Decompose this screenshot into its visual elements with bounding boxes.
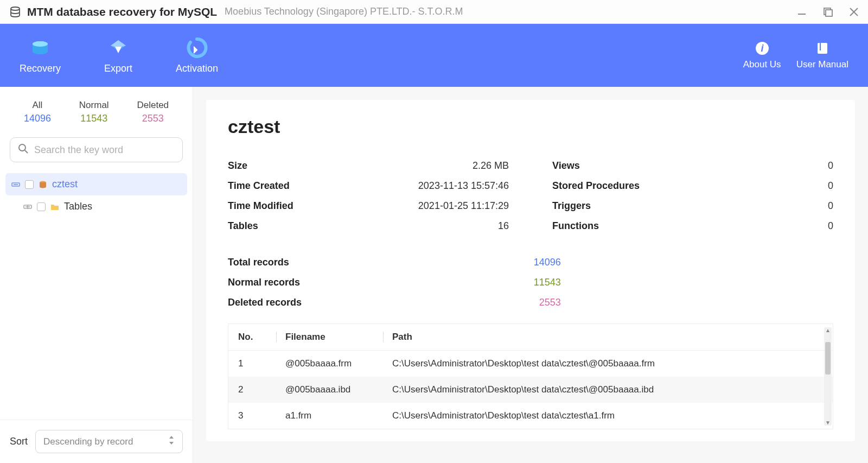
- expand-icon[interactable]: [23, 202, 33, 212]
- user-manual-label: User Manual: [796, 59, 848, 70]
- svg-rect-11: [820, 43, 821, 50]
- recovery-label: Recovery: [20, 63, 61, 74]
- stat-deleted-label: Deleted: [137, 100, 169, 111]
- tree-checkbox[interactable]: [25, 180, 34, 189]
- th-filename[interactable]: Filename: [285, 332, 383, 343]
- views-label: Views: [552, 160, 580, 172]
- tree-db-label: cztest: [52, 179, 78, 190]
- folder-icon: [50, 202, 60, 212]
- svg-point-12: [19, 144, 25, 151]
- activation-label: Activation: [176, 63, 218, 74]
- tree-tables-label: Tables: [64, 201, 92, 212]
- tables-label: Tables: [228, 220, 258, 232]
- cell-filename: @005baaaa.frm: [285, 358, 383, 369]
- stat-normal-label: Normal: [79, 100, 109, 111]
- db-title: cztest: [228, 116, 833, 137]
- triggers-label: Triggers: [552, 200, 591, 212]
- file-table: No. Filename Path 1 @005baaaa.frm C:\Use…: [228, 324, 833, 429]
- tables-value: 16: [498, 220, 509, 232]
- created-label: Time Created: [228, 180, 290, 192]
- stat-normal[interactable]: Normal 11543: [79, 100, 109, 124]
- info-icon: i: [755, 41, 770, 56]
- svg-rect-3: [826, 10, 832, 16]
- export-button[interactable]: Export: [104, 37, 132, 74]
- tree-node-cztest[interactable]: cztest: [5, 173, 187, 195]
- triggers-value: 0: [828, 200, 833, 212]
- size-label: Size: [228, 160, 247, 172]
- cell-filename: a1.frm: [285, 410, 383, 421]
- svg-point-7: [33, 41, 48, 47]
- views-value: 0: [828, 160, 833, 172]
- sort-select[interactable]: Descending by record: [35, 430, 183, 453]
- db-tree: cztest Tables: [0, 170, 193, 420]
- scrollbar[interactable]: ▲ ▼: [824, 327, 832, 426]
- vendor-text: Moebius Technology (Singapore) PTE.LTD.-…: [225, 6, 796, 17]
- sort-label: Sort: [10, 436, 28, 447]
- cell-no: 2: [238, 384, 276, 395]
- table-header: No. Filename Path: [228, 324, 833, 351]
- normal-records-value: 11543: [534, 277, 561, 288]
- stat-deleted-value: 2553: [137, 113, 169, 124]
- cell-no: 1: [238, 358, 276, 369]
- th-no[interactable]: No.: [238, 332, 276, 343]
- maximize-button[interactable]: [822, 7, 833, 17]
- modified-value: 2021-01-25 11:17:29: [418, 200, 509, 212]
- modified-label: Time Modified: [228, 200, 293, 212]
- search-box[interactable]: [10, 137, 183, 162]
- sort-bar: Sort Descending by record: [0, 420, 193, 463]
- svg-rect-10: [818, 43, 827, 54]
- app-title: MTM database recovery for MySQL: [27, 5, 217, 18]
- deleted-records-label: Deleted records: [228, 297, 302, 308]
- records-block: Total records14096 Normal records11543 D…: [228, 252, 561, 313]
- recovery-icon: [29, 37, 51, 59]
- activation-icon: [186, 37, 208, 59]
- recovery-button[interactable]: Recovery: [20, 37, 61, 74]
- export-icon: [107, 37, 129, 59]
- minimize-button[interactable]: [796, 7, 807, 17]
- titlebar: MTM database recovery for MySQL Moebius …: [0, 0, 868, 24]
- deleted-records-value: 2553: [539, 297, 561, 308]
- table-row[interactable]: 1 @005baaaa.frm C:\Users\Administrator\D…: [228, 351, 833, 377]
- sort-chevron-icon: [168, 436, 175, 447]
- cell-path: C:\Users\Administrator\Desktop\test data…: [392, 384, 823, 395]
- main-content: cztest Size2.26 MB Time Created2023-11-1…: [193, 87, 868, 463]
- toolbar: Recovery Export Activation i About Us Us…: [0, 24, 868, 87]
- svg-line-13: [25, 150, 28, 153]
- cell-filename: @005baaaa.ibd: [285, 384, 383, 395]
- cell-path: C:\Users\Administrator\Desktop\test data…: [392, 410, 823, 421]
- tree-checkbox[interactable]: [37, 202, 46, 211]
- created-value: 2023-11-13 15:57:46: [418, 180, 509, 192]
- sort-value: Descending by record: [43, 436, 133, 447]
- about-us-label: About Us: [743, 59, 781, 70]
- activation-button[interactable]: Activation: [176, 37, 218, 74]
- stats-row: All 14096 Normal 11543 Deleted 2553: [0, 87, 193, 134]
- table-row[interactable]: 3 a1.frm C:\Users\Administrator\Desktop\…: [228, 403, 833, 429]
- functions-label: Functions: [552, 220, 599, 232]
- sp-label: Stored Procedures: [552, 180, 640, 192]
- database-icon: [38, 180, 48, 189]
- export-label: Export: [104, 63, 132, 74]
- app-icon: [9, 5, 22, 18]
- search-input[interactable]: [34, 144, 175, 156]
- info-col-right: Views0 Stored Procedures0 Triggers0 Func…: [552, 156, 833, 236]
- table-row[interactable]: 2 @005baaaa.ibd C:\Users\Administrator\D…: [228, 377, 833, 403]
- stat-all-value: 14096: [24, 113, 51, 124]
- stat-all[interactable]: All 14096: [24, 100, 51, 124]
- tree-node-tables[interactable]: Tables: [17, 195, 187, 218]
- close-button[interactable]: [848, 7, 859, 17]
- user-manual-button[interactable]: User Manual: [796, 41, 848, 70]
- functions-value: 0: [828, 220, 833, 232]
- collapse-icon[interactable]: [11, 180, 21, 189]
- about-us-button[interactable]: i About Us: [743, 41, 781, 70]
- info-col-left: Size2.26 MB Time Created2023-11-13 15:57…: [228, 156, 509, 236]
- scroll-thumb[interactable]: [825, 342, 831, 375]
- svg-point-0: [11, 7, 20, 10]
- sp-value: 0: [828, 180, 833, 192]
- th-path[interactable]: Path: [392, 332, 823, 343]
- stat-all-label: All: [24, 100, 51, 111]
- stat-deleted[interactable]: Deleted 2553: [137, 100, 169, 124]
- cell-path: C:\Users\Administrator\Desktop\test data…: [392, 358, 823, 369]
- scroll-down-icon[interactable]: ▼: [825, 420, 831, 426]
- normal-records-label: Normal records: [228, 277, 300, 288]
- scroll-up-icon[interactable]: ▲: [825, 327, 831, 333]
